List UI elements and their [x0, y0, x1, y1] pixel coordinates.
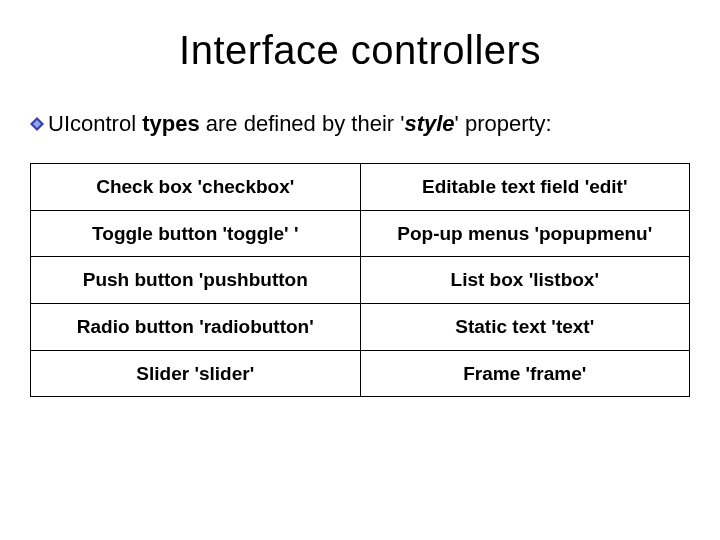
- subtitle-text: UIcontrol types are defined by their 'st…: [48, 111, 552, 137]
- controls-table-wrap: Check box 'checkbox' Editable text field…: [30, 163, 690, 397]
- table-row: Check box 'checkbox' Editable text field…: [31, 164, 690, 211]
- table-row: Push button 'pushbutton List box 'listbo…: [31, 257, 690, 304]
- cell-radiobutton: Radio button 'radiobutton': [31, 303, 361, 350]
- subtitle-part2: types: [142, 111, 199, 136]
- cell-frame: Frame 'frame': [360, 350, 690, 397]
- controls-table: Check box 'checkbox' Editable text field…: [30, 163, 690, 397]
- cell-checkbox: Check box 'checkbox': [31, 164, 361, 211]
- cell-listbox: List box 'listbox': [360, 257, 690, 304]
- cell-pushbutton: Push button 'pushbutton: [31, 257, 361, 304]
- table-row: Toggle button 'toggle' ' Pop-up menus 'p…: [31, 210, 690, 257]
- subtitle-part1: UIcontrol: [48, 111, 142, 136]
- subtitle-part3: are defined by their ': [200, 111, 405, 136]
- cell-text: Static text 'text': [360, 303, 690, 350]
- page-title: Interface controllers: [0, 28, 720, 73]
- cell-toggle: Toggle button 'toggle' ': [31, 210, 361, 257]
- cell-edit: Editable text field 'edit': [360, 164, 690, 211]
- table-row: Slider 'slider' Frame 'frame': [31, 350, 690, 397]
- subtitle-part5: ' property:: [455, 111, 552, 136]
- diamond-bullet-icon: [30, 117, 44, 131]
- subtitle-part4: style: [404, 111, 454, 136]
- subtitle-row: UIcontrol types are defined by their 'st…: [30, 111, 720, 137]
- cell-popupmenu: Pop-up menus 'popupmenu': [360, 210, 690, 257]
- table-row: Radio button 'radiobutton' Static text '…: [31, 303, 690, 350]
- cell-slider: Slider 'slider': [31, 350, 361, 397]
